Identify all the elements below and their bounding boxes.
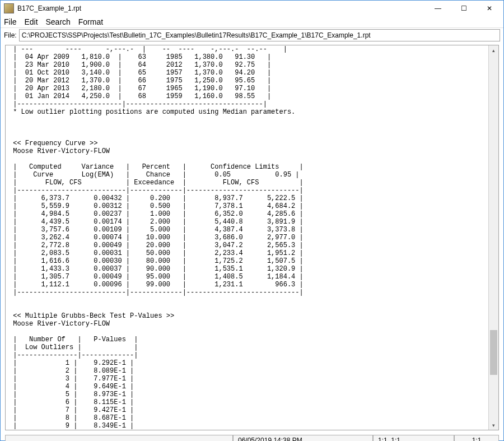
scroll-thumb[interactable] (490, 330, 497, 375)
report-viewport: | --- ---- -,---.- | -- ---- -,---.- --.… (5, 45, 499, 430)
menu-search[interactable]: Search (45, 17, 70, 26)
window-title: B17C_Example_1.rpt (17, 4, 425, 12)
titlebar: B17C_Example_1.rpt — ☐ ✕ (1, 1, 503, 16)
menu-format[interactable]: Format (78, 17, 103, 26)
scroll-up-arrow-icon[interactable]: ▴ (489, 45, 498, 55)
status-position: 1:1..1:1 (373, 435, 454, 441)
scroll-down-arrow-icon[interactable]: ▾ (489, 420, 498, 430)
status-timestamp: 06/05/2019 14:38 PM (233, 435, 373, 441)
file-label: File: (4, 31, 17, 39)
report-text[interactable]: | --- ---- -,---.- | -- ---- -,---.- --.… (6, 45, 488, 430)
menu-file[interactable]: File (4, 17, 17, 26)
file-path-input[interactable] (19, 29, 500, 41)
status-selection: 1:1 (454, 435, 499, 441)
maximize-button[interactable]: ☐ (451, 1, 477, 16)
status-spacer-1 (5, 435, 233, 441)
vertical-scrollbar[interactable]: ▴ ▾ (488, 45, 498, 430)
menu-edit[interactable]: Edit (24, 17, 38, 26)
menubar: File Edit Search Format (1, 16, 503, 28)
file-path-bar: File: (1, 28, 503, 43)
app-window: B17C_Example_1.rpt — ☐ ✕ File Edit Searc… (0, 0, 504, 441)
app-icon (4, 3, 14, 13)
minimize-button[interactable]: — (425, 1, 451, 16)
close-button[interactable]: ✕ (477, 1, 502, 16)
statusbar: 06/05/2019 14:38 PM 1:1..1:1 1:1 (1, 434, 503, 441)
